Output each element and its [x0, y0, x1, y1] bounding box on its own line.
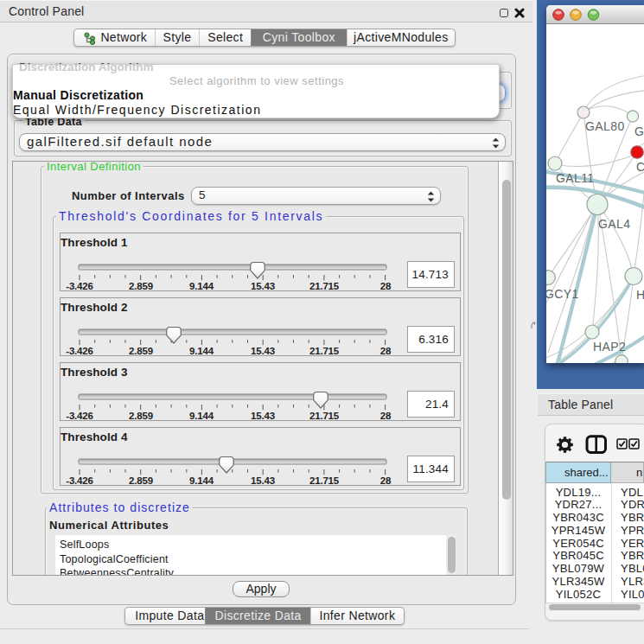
- svg-text:GAL80: GAL80: [585, 119, 625, 133]
- svg-text:GCY1: GCY1: [546, 287, 579, 301]
- svg-text:GAL2: GAL2: [634, 124, 644, 138]
- svg-text:GAL4: GAL4: [598, 217, 630, 231]
- svg-text:GAL11: GAL11: [556, 171, 595, 185]
- svg-text:COX: COX: [636, 160, 644, 174]
- svg-text:HAP2: HAP2: [593, 340, 626, 354]
- svg-text:HAP: HAP: [636, 288, 644, 302]
